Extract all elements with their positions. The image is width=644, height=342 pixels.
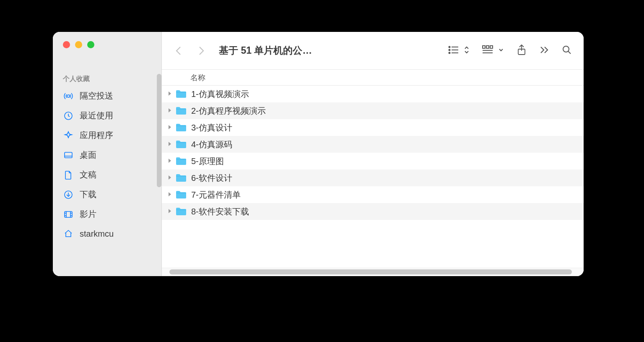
toolbar: 基于 51 单片机的公… bbox=[162, 32, 584, 70]
disclosure-triangle-icon[interactable] bbox=[166, 158, 174, 164]
airdrop-icon bbox=[63, 91, 74, 102]
sidebar-scrollbar[interactable] bbox=[157, 74, 161, 187]
folder-icon bbox=[175, 89, 187, 99]
finder-window: 个人收藏 隔空投送 最近使用 应用程序 bbox=[53, 32, 584, 276]
folder-icon bbox=[175, 190, 187, 199]
sidebar-item-label: 应用程序 bbox=[80, 130, 113, 141]
file-name: 3-仿真设计 bbox=[191, 122, 232, 133]
sidebar: 个人收藏 隔空投送 最近使用 应用程序 bbox=[53, 32, 162, 276]
file-name: 8-软件安装下载 bbox=[191, 206, 249, 217]
svg-point-0 bbox=[67, 95, 70, 97]
file-row[interactable]: 6-软件设计 bbox=[162, 170, 584, 186]
sidebar-item-home[interactable]: starkmcu bbox=[53, 224, 161, 243]
svg-rect-8 bbox=[483, 46, 485, 48]
svg-point-5 bbox=[449, 46, 450, 47]
horizontal-scrollbar-track[interactable] bbox=[162, 268, 584, 276]
sidebar-item-label: 隔空投送 bbox=[80, 90, 113, 102]
svg-rect-10 bbox=[490, 46, 493, 48]
sidebar-item-documents[interactable]: 文稿 bbox=[53, 165, 161, 185]
view-mode-button[interactable] bbox=[444, 45, 474, 56]
file-name: 7-元器件清单 bbox=[191, 189, 241, 201]
folder-icon bbox=[175, 173, 187, 183]
more-button[interactable] bbox=[535, 42, 553, 60]
search-button[interactable] bbox=[558, 42, 576, 60]
file-list: 1-仿真视频演示 2-仿真程序视频演示 3-仿真设计 bbox=[162, 86, 584, 268]
share-button[interactable] bbox=[512, 42, 531, 60]
svg-rect-4 bbox=[65, 211, 72, 217]
file-row[interactable]: 7-元器件清单 bbox=[162, 186, 584, 203]
share-icon bbox=[517, 44, 527, 57]
disclosure-triangle-icon[interactable] bbox=[166, 124, 174, 131]
main-pane: 基于 51 单片机的公… bbox=[162, 32, 584, 276]
file-name: 2-仿真程序视频演示 bbox=[191, 105, 266, 117]
file-row[interactable]: 4-仿真源码 bbox=[162, 136, 584, 153]
sidebar-item-label: 桌面 bbox=[80, 149, 96, 161]
folder-icon bbox=[175, 207, 187, 216]
file-row[interactable]: 1-仿真视频演示 bbox=[162, 86, 584, 102]
search-icon bbox=[562, 45, 572, 57]
disclosure-triangle-icon[interactable] bbox=[166, 141, 174, 148]
sidebar-item-recents[interactable]: 最近使用 bbox=[53, 106, 161, 125]
chevron-down-icon bbox=[498, 47, 504, 55]
disclosure-triangle-icon[interactable] bbox=[166, 91, 174, 97]
file-row[interactable]: 8-软件安装下载 bbox=[162, 203, 584, 220]
fullscreen-window-button[interactable] bbox=[87, 41, 94, 48]
column-header-row[interactable]: 名称 bbox=[162, 70, 584, 86]
file-name: 6-软件设计 bbox=[191, 172, 232, 184]
sidebar-item-label: 下载 bbox=[80, 189, 96, 200]
disclosure-triangle-icon[interactable] bbox=[166, 107, 174, 114]
file-row[interactable]: 3-仿真设计 bbox=[162, 119, 584, 136]
file-name: 1-仿真视频演示 bbox=[191, 89, 249, 100]
grid-group-icon bbox=[482, 45, 495, 56]
svg-rect-2 bbox=[65, 152, 72, 158]
sidebar-item-label: 影片 bbox=[80, 209, 96, 220]
svg-rect-9 bbox=[486, 46, 489, 48]
folder-icon bbox=[175, 123, 187, 132]
download-icon bbox=[63, 189, 74, 200]
folder-icon bbox=[175, 157, 187, 166]
svg-point-12 bbox=[563, 46, 569, 52]
horizontal-scrollbar-thumb[interactable] bbox=[169, 269, 572, 274]
document-icon bbox=[63, 170, 74, 180]
sidebar-item-label: 最近使用 bbox=[80, 110, 113, 121]
sidebar-item-label: starkmcu bbox=[80, 229, 114, 239]
file-row[interactable]: 5-原理图 bbox=[162, 153, 584, 170]
group-by-button[interactable] bbox=[478, 45, 508, 56]
file-name: 4-仿真源码 bbox=[191, 139, 232, 150]
clock-icon bbox=[63, 110, 74, 121]
film-icon bbox=[63, 209, 74, 220]
disclosure-triangle-icon[interactable] bbox=[166, 175, 174, 181]
disclosure-triangle-icon[interactable] bbox=[166, 191, 174, 198]
sidebar-item-label: 文稿 bbox=[80, 169, 96, 180]
folder-icon bbox=[175, 140, 187, 149]
minimize-window-button[interactable] bbox=[75, 41, 82, 48]
folder-icon bbox=[175, 106, 187, 115]
disclosure-triangle-icon[interactable] bbox=[166, 208, 174, 215]
home-icon bbox=[63, 228, 74, 239]
close-window-button[interactable] bbox=[63, 41, 70, 48]
forward-button[interactable] bbox=[192, 42, 210, 60]
chevrons-right-icon bbox=[539, 46, 549, 56]
back-button[interactable] bbox=[169, 42, 188, 60]
window-title: 基于 51 单片机的公… bbox=[215, 44, 316, 57]
sidebar-section-favorites: 个人收藏 bbox=[53, 70, 161, 86]
applications-icon bbox=[63, 130, 74, 141]
svg-point-7 bbox=[449, 52, 450, 53]
up-down-chevron-icon bbox=[464, 45, 470, 56]
file-row[interactable]: 2-仿真程序视频演示 bbox=[162, 102, 584, 119]
desktop-icon bbox=[63, 150, 74, 161]
sidebar-item-downloads[interactable]: 下载 bbox=[53, 185, 161, 204]
column-header-name: 名称 bbox=[190, 73, 205, 83]
sidebar-item-movies[interactable]: 影片 bbox=[53, 204, 161, 224]
sidebar-item-desktop[interactable]: 桌面 bbox=[53, 145, 161, 165]
sidebar-item-applications[interactable]: 应用程序 bbox=[53, 125, 161, 145]
sidebar-item-airdrop[interactable]: 隔空投送 bbox=[53, 86, 161, 106]
svg-point-6 bbox=[449, 49, 450, 50]
file-name: 5-原理图 bbox=[191, 156, 224, 167]
list-view-icon bbox=[448, 45, 460, 56]
window-controls bbox=[53, 32, 161, 70]
